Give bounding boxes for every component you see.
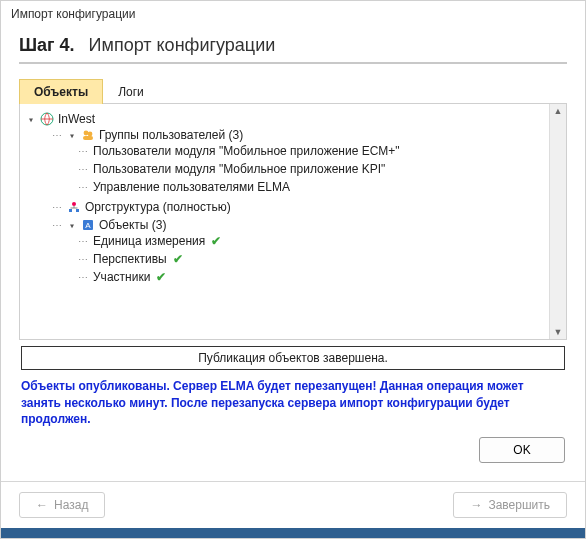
finish-button[interactable]: → Завершить [453,492,567,518]
tree-leaf[interactable]: Управление пользователями ELMA [93,180,290,194]
tree-panel: ▾ InWest ⋯ ▾ [19,103,567,340]
svg-rect-5 [69,209,72,212]
svg-text:A: A [85,221,91,230]
tree-node-objects[interactable]: Объекты (3) [99,218,167,232]
orgchart-icon [67,200,81,214]
footer-accent-strip [1,528,585,538]
window-title: Импорт конфигурации [1,1,585,27]
step-header: Шаг 4. Импорт конфигурации [19,27,567,64]
svg-rect-3 [83,136,93,140]
tree-connector: ⋯ [52,202,63,213]
collapse-toggle[interactable]: ▾ [67,130,77,140]
tree-connector: ⋯ [52,130,63,141]
tree-leaf[interactable]: Пользователи модуля "Мобильное приложени… [93,144,400,158]
check-icon: ✔ [173,252,183,266]
tree-node-org[interactable]: Оргструктура (полностью) [85,200,231,214]
ok-button[interactable]: OK [479,437,565,463]
back-button-label: Назад [54,498,88,512]
tree-root-label[interactable]: InWest [58,112,95,126]
tab-bar: Объекты Логи [19,78,567,103]
collapse-toggle[interactable]: ▾ [67,220,77,230]
globe-icon [40,112,54,126]
scroll-down-button[interactable]: ▼ [551,325,565,339]
svg-point-2 [88,132,93,137]
svg-point-1 [84,131,89,136]
dialog-window: Импорт конфигурации Шаг 4. Импорт конфиг… [0,0,586,539]
back-button[interactable]: ← Назад [19,492,105,518]
tree-connector: ⋯ [52,220,63,231]
tree-leaf[interactable]: Участники [93,270,150,284]
check-icon: ✔ [211,234,221,248]
svg-rect-6 [76,209,79,212]
notice-text: Объекты опубликованы. Сервер ELMA будет … [19,370,567,431]
tree-leaf[interactable]: Пользователи модуля "Мобильное приложени… [93,162,385,176]
arrow-left-icon: ← [36,498,48,512]
arrow-right-icon: → [470,498,482,512]
collapse-toggle[interactable]: ▾ [26,114,36,124]
step-number: Шаг 4. [19,35,75,56]
tree-node-groups[interactable]: Группы пользователей (3) [99,128,243,142]
cube-icon: A [81,218,95,232]
finish-button-label: Завершить [488,498,550,512]
svg-point-4 [72,202,76,206]
status-text: Публикация объектов завершена. [21,346,565,370]
vertical-scrollbar[interactable]: ▲ ▼ [549,104,566,339]
tab-logs[interactable]: Логи [103,79,159,104]
object-tree[interactable]: ▾ InWest ⋯ ▾ [20,104,549,339]
tree-leaf[interactable]: Единица измерения [93,234,205,248]
check-icon: ✔ [156,270,166,284]
users-group-icon [81,128,95,142]
wizard-button-bar: ← Назад → Завершить [1,481,585,528]
tree-leaf[interactable]: Перспективы [93,252,167,266]
step-title: Импорт конфигурации [89,35,276,56]
tab-objects[interactable]: Объекты [19,79,103,104]
scroll-up-button[interactable]: ▲ [551,104,565,118]
